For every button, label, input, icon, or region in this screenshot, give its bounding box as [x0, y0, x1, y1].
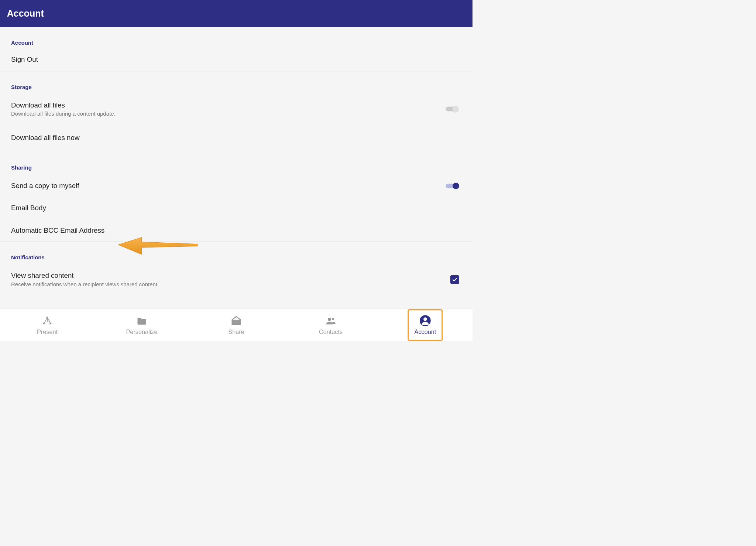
bottom-nav: Present Personalize Share: [0, 308, 472, 341]
automatic-bcc-title: Automatic BCC Email Address: [11, 226, 461, 235]
email-body-row[interactable]: Email Body: [0, 197, 472, 219]
section-header-storage: Storage: [0, 71, 472, 94]
svg-point-6: [423, 317, 427, 321]
nav-present[interactable]: Present: [0, 309, 94, 341]
section-sharing: Sharing Send a copy to myself Email Body…: [0, 152, 472, 242]
nav-personalize-label: Personalize: [126, 328, 158, 335]
download-all-files-title: Download all files: [11, 100, 446, 110]
view-shared-content-checkbox[interactable]: [450, 275, 459, 284]
present-icon: [41, 314, 54, 327]
download-all-files-sub: Download all files during a content upda…: [11, 110, 446, 117]
section-header-notifications: Notifications: [0, 242, 472, 265]
settings-content: Account Sign Out Storage Download all fi…: [0, 27, 472, 295]
envelope-open-icon: [230, 314, 243, 327]
people-icon: [324, 314, 337, 327]
sign-out-row[interactable]: Sign Out: [0, 50, 472, 71]
view-shared-content-title: View shared content: [11, 271, 450, 280]
send-copy-myself-row[interactable]: Send a copy to myself: [0, 175, 472, 197]
sign-out-label: Sign Out: [11, 55, 461, 64]
send-copy-myself-toggle[interactable]: [446, 183, 459, 189]
folder-icon: [135, 314, 148, 327]
nav-share-label: Share: [228, 328, 244, 335]
nav-present-label: Present: [37, 328, 58, 335]
svg-point-3: [328, 318, 331, 321]
automatic-bcc-row[interactable]: Automatic BCC Email Address: [0, 219, 472, 242]
nav-personalize[interactable]: Personalize: [94, 309, 189, 341]
view-shared-content-sub: Receive notifications when a recipient v…: [11, 281, 450, 288]
nav-share[interactable]: Share: [189, 309, 284, 341]
section-notifications: Notifications View shared content Receiv…: [0, 242, 472, 295]
section-account: Account Sign Out: [0, 27, 472, 71]
section-storage: Storage Download all files Download all …: [0, 71, 472, 152]
check-icon: [452, 277, 458, 283]
send-copy-myself-title: Send a copy to myself: [11, 181, 446, 191]
email-body-title: Email Body: [11, 204, 461, 213]
nav-contacts-label: Contacts: [319, 328, 343, 335]
nav-account-label: Account: [415, 328, 436, 335]
download-all-files-toggle[interactable]: [446, 106, 459, 112]
svg-point-4: [331, 318, 334, 320]
download-all-files-now-row[interactable]: Download all files now: [0, 124, 472, 152]
view-shared-content-row[interactable]: View shared content Receive notification…: [0, 265, 472, 295]
section-header-account: Account: [0, 27, 472, 50]
nav-contacts[interactable]: Contacts: [284, 309, 378, 341]
page-title: Account: [7, 8, 44, 19]
download-all-files-row[interactable]: Download all files Download all files du…: [0, 94, 472, 124]
account-icon: [419, 314, 432, 327]
section-header-sharing: Sharing: [0, 152, 472, 175]
nav-account[interactable]: Account: [378, 309, 472, 341]
download-all-files-now-title: Download all files now: [11, 133, 461, 143]
app-header: Account: [0, 0, 472, 27]
